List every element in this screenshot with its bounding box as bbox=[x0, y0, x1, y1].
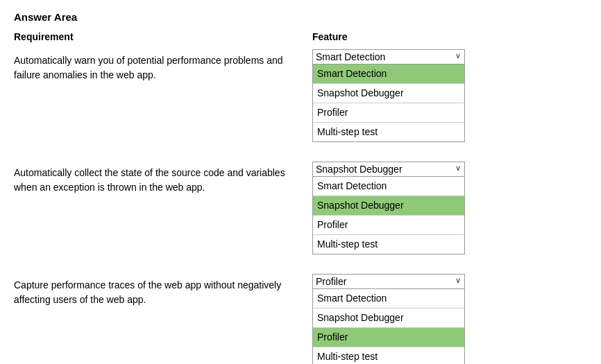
answer-area-title: Answer Area bbox=[14, 11, 587, 23]
option-item-1-1[interactable]: Smart Detection bbox=[313, 64, 464, 84]
option-item-2-4[interactable]: Multi-step test bbox=[313, 235, 464, 254]
option-item-3-3[interactable]: Profiler bbox=[313, 328, 464, 347]
feature-header: Feature bbox=[305, 31, 587, 42]
option-item-1-2[interactable]: Snapshot Debugger bbox=[313, 84, 464, 103]
option-item-1-3[interactable]: Profiler bbox=[313, 103, 464, 123]
requirement-text-3: Capture performance traces of the web ap… bbox=[14, 274, 305, 307]
option-item-3-4[interactable]: Multi-step test bbox=[313, 347, 464, 364]
select-wrapper-1[interactable]: Smart DetectionSnapshot DebuggerProfiler… bbox=[312, 49, 465, 64]
option-item-3-1[interactable]: Smart Detection bbox=[313, 289, 464, 309]
option-item-2-2[interactable]: Snapshot Debugger bbox=[313, 196, 464, 216]
qa-row-3: Capture performance traces of the web ap… bbox=[14, 274, 587, 364]
feature-select-3[interactable]: Smart DetectionSnapshot DebuggerProfiler… bbox=[312, 274, 465, 289]
dropdown-container-3: Smart DetectionSnapshot DebuggerProfiler… bbox=[305, 274, 587, 364]
dropdown-container-1: Smart DetectionSnapshot DebuggerProfiler… bbox=[305, 49, 587, 142]
qa-row-1: Automatically warn you of potential perf… bbox=[14, 49, 587, 142]
option-item-3-2[interactable]: Snapshot Debugger bbox=[313, 309, 464, 328]
select-wrapper-2[interactable]: Smart DetectionSnapshot DebuggerProfiler… bbox=[312, 162, 465, 177]
options-list-2: Smart DetectionSnapshot DebuggerProfiler… bbox=[312, 177, 465, 254]
options-list-1: Smart DetectionSnapshot DebuggerProfiler… bbox=[312, 64, 465, 142]
requirement-text-1: Automatically warn you of potential perf… bbox=[14, 49, 305, 83]
requirement-text-2: Automatically collect the state of the s… bbox=[14, 162, 305, 195]
dropdown-container-2: Smart DetectionSnapshot DebuggerProfiler… bbox=[305, 162, 587, 254]
option-item-1-4[interactable]: Multi-step test bbox=[313, 123, 464, 141]
requirement-header: Requirement bbox=[14, 31, 305, 42]
select-wrapper-3[interactable]: Smart DetectionSnapshot DebuggerProfiler… bbox=[312, 274, 465, 289]
qa-row-2: Automatically collect the state of the s… bbox=[14, 162, 587, 254]
feature-select-2[interactable]: Smart DetectionSnapshot DebuggerProfiler… bbox=[312, 162, 465, 177]
options-list-3: Smart DetectionSnapshot DebuggerProfiler… bbox=[312, 289, 465, 364]
option-item-2-3[interactable]: Profiler bbox=[313, 216, 464, 235]
option-item-2-1[interactable]: Smart Detection bbox=[313, 177, 464, 196]
feature-select-1[interactable]: Smart DetectionSnapshot DebuggerProfiler… bbox=[312, 49, 465, 64]
